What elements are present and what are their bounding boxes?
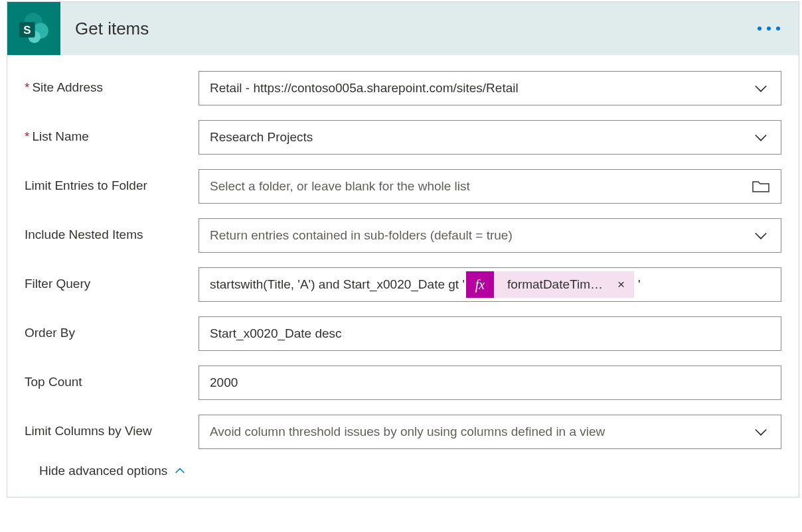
field-row-limit-columns: Limit Columns by View Avoid column thres… (25, 415, 781, 449)
chevron-down-icon (752, 79, 770, 98)
field-row-filter-query: Filter Query startswith(Title, 'A') and … (25, 267, 781, 302)
field-row-include-nested: Include Nested Items Return entries cont… (25, 218, 781, 253)
field-label: *Site Address (25, 71, 199, 95)
top-count-input[interactable]: 2000 (199, 366, 781, 400)
list-name-value: Research Projects (210, 130, 752, 145)
chevron-up-icon (173, 464, 187, 478)
chevron-down-icon (752, 226, 770, 245)
folder-picker-icon[interactable] (752, 179, 770, 194)
sharepoint-icon: S (7, 2, 60, 55)
card-body: *Site Address Retail - https://contoso00… (7, 55, 799, 497)
svg-text:S: S (23, 24, 31, 36)
field-label: Top Count (25, 366, 199, 389)
fx-icon: fx (466, 271, 494, 298)
filter-query-text-before: startswith(Title, 'A') and Start_x0020_D… (210, 277, 465, 292)
include-nested-placeholder: Return entries contained in sub-folders … (210, 228, 752, 243)
limit-folder-input[interactable]: Select a folder, or leave blank for the … (199, 169, 781, 204)
site-address-select[interactable]: Retail - https://contoso005a.sharepoint.… (199, 71, 781, 105)
field-row-order-by: Order By Start_x0020_Date desc (25, 316, 781, 351)
chevron-down-icon (752, 128, 770, 147)
hide-advanced-options-toggle[interactable]: Hide advanced options (39, 464, 187, 478)
card-header[interactable]: S Get items (7, 2, 799, 55)
field-label: Order By (25, 316, 199, 340)
filter-query-input[interactable]: startswith(Title, 'A') and Start_x0020_D… (199, 267, 781, 302)
card-title: Get items (75, 19, 149, 39)
field-row-site-address: *Site Address Retail - https://contoso00… (25, 71, 781, 105)
order-by-value: Start_x0020_Date desc (210, 326, 770, 341)
top-count-value: 2000 (210, 375, 770, 390)
include-nested-select[interactable]: Return entries contained in sub-folders … (199, 218, 781, 253)
advanced-toggle-label: Hide advanced options (39, 464, 167, 478)
field-label: Include Nested Items (25, 218, 199, 242)
site-address-value: Retail - https://contoso005a.sharepoint.… (210, 81, 752, 96)
limit-columns-select[interactable]: Avoid column threshold issues by only us… (199, 415, 781, 449)
remove-token-button[interactable]: × (615, 277, 627, 292)
more-options-button[interactable] (758, 27, 780, 31)
field-row-list-name: *List Name Research Projects (25, 120, 781, 155)
list-name-select[interactable]: Research Projects (199, 120, 781, 155)
action-card: S Get items *Site Address Retail - https… (7, 1, 799, 498)
field-row-limit-folder: Limit Entries to Folder Select a folder,… (25, 169, 781, 204)
field-label: Filter Query (25, 267, 199, 291)
field-label: *List Name (25, 120, 199, 144)
expression-token[interactable]: fx formatDateTim… × (466, 271, 634, 298)
expression-token-label: formatDateTim… (507, 277, 603, 292)
order-by-input[interactable]: Start_x0020_Date desc (199, 316, 781, 351)
limit-columns-placeholder: Avoid column threshold issues by only us… (210, 425, 752, 439)
field-row-top-count: Top Count 2000 (25, 366, 781, 400)
chevron-down-icon (752, 423, 770, 441)
limit-folder-placeholder: Select a folder, or leave blank for the … (210, 179, 752, 194)
field-label: Limit Entries to Folder (25, 169, 199, 193)
field-label: Limit Columns by View (25, 415, 199, 438)
filter-query-text-after: ' (638, 277, 641, 292)
